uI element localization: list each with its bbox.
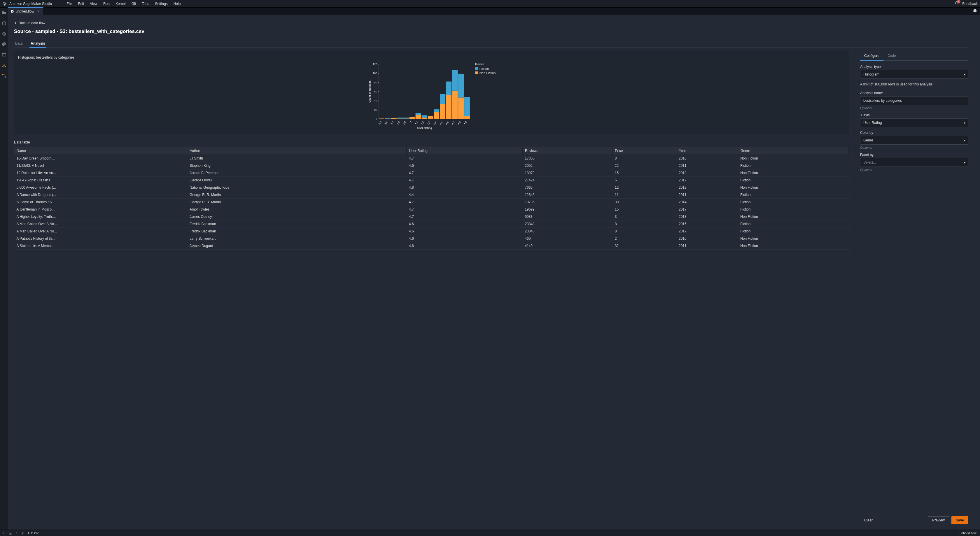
svg-text:3.3: 3.3 (378, 121, 382, 126)
tab-configure[interactable]: Configure (860, 51, 883, 60)
nodes-icon[interactable] (2, 63, 6, 68)
col-header[interactable]: Year (676, 147, 738, 155)
col-header[interactable]: Name (14, 147, 187, 155)
svg-rect-61 (452, 91, 458, 119)
data-table: NameAuthorUser RatingReviewsPriceYearGen… (14, 147, 849, 250)
svg-rect-41 (409, 117, 415, 117)
menu-edit[interactable]: Edit (75, 1, 87, 7)
table-row[interactable]: A Higher Loyalty: Truth,...James Comey4.… (14, 213, 849, 221)
notification-bell[interactable]: 4 (955, 1, 959, 6)
col-header[interactable]: User Rating (407, 147, 522, 155)
settings-small-icon[interactable] (21, 531, 24, 535)
menu-git[interactable]: Git (129, 1, 139, 7)
gear-icon (972, 8, 977, 13)
cell: Non Fiction (738, 155, 848, 162)
cell: 12 (612, 184, 676, 191)
cell: 4.7 (407, 169, 522, 177)
cell: 23848 (522, 228, 612, 235)
flow-icon[interactable] (2, 73, 6, 78)
status-zero: 0 (3, 531, 5, 535)
menu-help[interactable]: Help (171, 1, 184, 7)
cell: Non Fiction (738, 242, 848, 250)
facet-by-select[interactable]: Select... (860, 158, 968, 167)
table-row[interactable]: A Game of Thrones / A ...George R. R. Ma… (14, 199, 849, 206)
color-by-select[interactable]: Genre (860, 136, 968, 145)
tab-code[interactable]: Code (883, 51, 900, 60)
svg-rect-55 (440, 104, 445, 119)
svg-text:4.3: 4.3 (426, 121, 431, 126)
inner-tabs: Data Analysis (14, 40, 968, 48)
hint-analysis-name: Optional (860, 106, 968, 110)
menu-file[interactable]: File (64, 1, 75, 7)
cell: 12 Rules for Life: An An... (14, 169, 187, 177)
cell: 21424 (522, 177, 612, 184)
svg-point-9 (5, 77, 6, 78)
table-row[interactable]: A Man Called Ove: A No...Fredrik Backman… (14, 228, 849, 235)
menu-tabs[interactable]: Tabs (139, 1, 152, 7)
table-row[interactable]: A Man Called Ove: A No...Fredrik Backman… (14, 221, 849, 228)
x-axis-select[interactable]: User Rating (860, 118, 968, 127)
save-button[interactable]: Save (951, 516, 968, 524)
terminal-icon[interactable] (9, 531, 12, 535)
table-row[interactable]: 10-Day Green Smoothi...JJ Smith4.7173508… (14, 155, 849, 162)
col-header[interactable]: Genre (738, 147, 848, 155)
workspace-settings-icon[interactable] (969, 7, 980, 15)
preview-button[interactable]: Preview (928, 516, 949, 524)
feedback-link[interactable]: Feedback (962, 2, 978, 6)
svg-rect-68 (465, 97, 470, 116)
cell: Non Fiction (738, 213, 848, 221)
cell: 15 (612, 169, 676, 177)
cell: 19735 (522, 199, 612, 206)
table-row[interactable]: A Patriot's History of th...Larry Schwei… (14, 235, 849, 242)
cell: 4.6 (407, 228, 522, 235)
menu-settings[interactable]: Settings (152, 1, 170, 7)
panel-icon[interactable] (2, 52, 6, 57)
cell: 4.7 (407, 206, 522, 213)
git-icon[interactable] (2, 32, 6, 36)
table-row[interactable]: A Stolen Life: A MemoirJaycee Dugard4.64… (14, 242, 849, 250)
table-row[interactable]: 5,000 Awesome Facts (...National Geograp… (14, 184, 849, 191)
menu-run[interactable]: Run (100, 1, 113, 7)
analysis-type-select[interactable]: Histogram (860, 70, 968, 79)
cell: 7665 (522, 184, 612, 191)
cell: 4.7 (407, 177, 522, 184)
menu-view[interactable]: View (87, 1, 100, 7)
svg-text:4.7: 4.7 (451, 121, 455, 126)
tab-untitled-flow[interactable]: untitled.flow × (8, 7, 43, 15)
tab-analysis[interactable]: Analysis (29, 40, 46, 48)
cell: 8 (612, 155, 676, 162)
cell: 17350 (522, 155, 612, 162)
svg-point-10 (12, 11, 13, 12)
table-row[interactable]: 12 Rules for Life: An An...Jordan B. Pet… (14, 169, 849, 177)
svg-text:3.8: 3.8 (396, 121, 401, 126)
cell: 460 (522, 235, 612, 242)
label-color-by: Color by (860, 130, 968, 135)
table-row[interactable]: A Gentleman in Mosco...Amor Towles4.7196… (14, 206, 849, 213)
palette-icon[interactable] (2, 42, 6, 47)
folder-icon[interactable] (2, 11, 6, 15)
back-link[interactable]: Back to data flow (14, 21, 968, 25)
col-header[interactable]: Author (187, 147, 407, 155)
table-row[interactable]: 1984 (Signet Classics)George Orwell4.721… (14, 177, 849, 184)
cell: 5,000 Awesome Facts (... (14, 184, 187, 191)
svg-text:4.2: 4.2 (420, 121, 425, 126)
svg-point-3 (5, 33, 5, 34)
legend-item: Non Fiction (475, 71, 496, 75)
tab-close-icon[interactable]: × (36, 9, 41, 14)
tab-data[interactable]: Data (14, 40, 24, 48)
label-facet-by: Facet by (860, 153, 968, 157)
table-row[interactable]: 11/22/63: A NovelStephen King4.620522220… (14, 162, 849, 169)
svg-text:20: 20 (374, 108, 377, 111)
svg-text:User Rating: User Rating (417, 127, 432, 129)
cell: Larry Schweikart (187, 235, 407, 242)
col-header[interactable]: Price (612, 147, 676, 155)
status-one: 1 (16, 531, 18, 535)
analysis-name-input[interactable] (860, 96, 968, 105)
cell: 11/22/63: A Novel (14, 162, 187, 169)
menu-kernel[interactable]: Kernel (113, 1, 129, 7)
table-row[interactable]: A Dance with Dragons (...George R. R. Ma… (14, 191, 849, 199)
clear-button[interactable]: Clear (860, 517, 877, 524)
svg-text:4.6: 4.6 (445, 121, 449, 126)
hexagon-icon[interactable] (2, 21, 6, 25)
col-header[interactable]: Reviews (522, 147, 612, 155)
